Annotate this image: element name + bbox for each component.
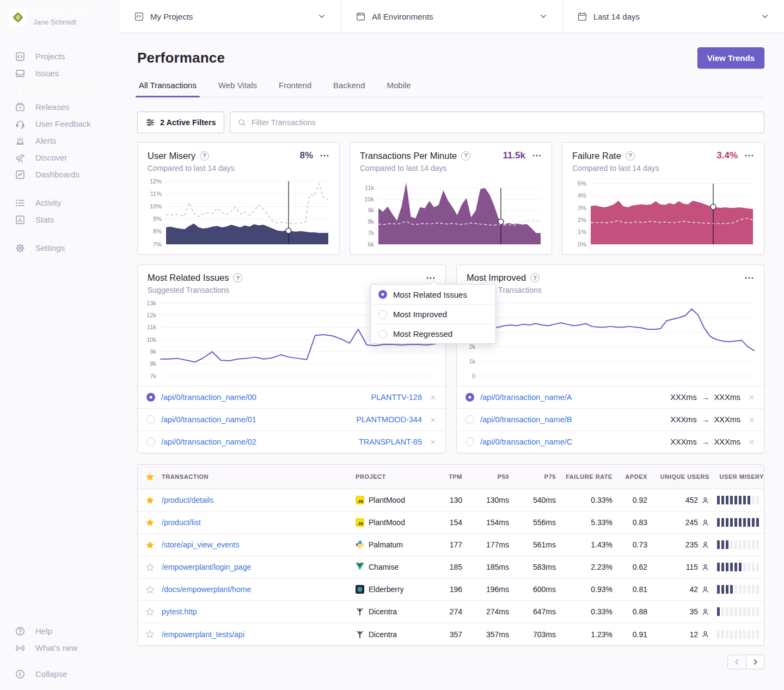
transaction-link[interactable]: pytest.http xyxy=(162,607,356,616)
menu-item-most-improved[interactable]: Most Improved xyxy=(371,304,495,324)
date-range-dropdown[interactable]: Last 14 days xyxy=(563,0,784,33)
most-improved-chart[interactable]: 2k1k0 xyxy=(461,300,755,380)
sidebar-item-stats[interactable]: Stats xyxy=(0,211,120,228)
transaction-link[interactable]: /product/details xyxy=(162,496,356,504)
project-filter-dropdown[interactable]: My Projects xyxy=(120,0,341,33)
help-icon[interactable]: ? xyxy=(530,273,540,282)
sidebar-item-whats-new[interactable]: What’s new xyxy=(0,639,120,656)
transaction-link[interactable]: /product/list xyxy=(162,518,356,527)
tpm-chart[interactable]: 11k10k9k8k7k6k xyxy=(360,178,542,249)
transaction-link[interactable]: /docs/empowerplant/home xyxy=(162,585,356,594)
transaction-link[interactable]: /store/api_view_events xyxy=(162,540,356,549)
radio-button[interactable] xyxy=(465,438,474,446)
issue-link[interactable]: PLANTTV-128 xyxy=(371,393,422,402)
transaction-link[interactable]: /empowerplant_tests/api xyxy=(162,630,356,639)
radio-button[interactable] xyxy=(146,415,155,424)
sidebar-item-discover[interactable]: Discover xyxy=(0,149,120,166)
misery-bar xyxy=(726,630,728,639)
column-header[interactable]: UNIQUE USERS xyxy=(647,473,709,480)
previous-page-button[interactable] xyxy=(727,655,746,669)
column-header[interactable]: P75 xyxy=(509,473,556,480)
column-header[interactable]: APDEX xyxy=(612,473,647,480)
star-filled-icon[interactable] xyxy=(138,518,162,527)
column-header[interactable]: P50 xyxy=(462,473,509,480)
widget-menu-button[interactable] xyxy=(744,273,754,283)
next-page-button[interactable] xyxy=(746,655,764,669)
widget-menu-button[interactable] xyxy=(320,151,329,161)
misery-bar xyxy=(717,630,720,639)
sidebar-item-dashboards[interactable]: Dashboards xyxy=(0,166,120,183)
column-header[interactable]: FAILURE RATE xyxy=(556,473,612,480)
duration-after: XXXms xyxy=(714,415,740,424)
sidebar-item-help[interactable]: Help xyxy=(0,623,120,639)
sidebar-item-settings[interactable]: Settings xyxy=(0,239,120,256)
radio-button[interactable] xyxy=(146,393,155,402)
star-filled-icon[interactable] xyxy=(138,540,162,550)
misery-bar xyxy=(734,585,737,594)
star-outline-icon[interactable] xyxy=(138,563,162,572)
tab-web-vitals[interactable]: Web Vitals xyxy=(217,81,259,97)
tab-all-transactions[interactable]: All Transactions xyxy=(137,81,198,97)
radio-button[interactable] xyxy=(465,393,474,402)
user-misery-cell xyxy=(709,540,764,549)
search-input[interactable] xyxy=(252,118,757,127)
search-icon xyxy=(237,118,247,127)
trend-list-item: /api/0/transaction_name/01PLANTMOOD-344 xyxy=(138,408,445,430)
help-icon[interactable]: ? xyxy=(233,273,242,282)
help-icon[interactable]: ? xyxy=(626,151,635,161)
close-icon[interactable] xyxy=(430,439,437,446)
close-icon[interactable] xyxy=(748,439,755,446)
org-switcher[interactable]: Empower Plant Jane Schmidt xyxy=(0,0,120,35)
view-trends-button[interactable]: View Trends xyxy=(697,47,764,69)
column-header[interactable]: TRANSACTION xyxy=(162,473,356,480)
menu-item-most-regressed[interactable]: Most Regressed xyxy=(371,324,495,343)
issue-link[interactable]: PLANTMOOD-344 xyxy=(356,415,422,424)
tab-backend[interactable]: Backend xyxy=(332,81,366,97)
transaction-link[interactable]: /empowerplant/login_page xyxy=(162,563,356,571)
failure-rate-chart[interactable]: 5%4%3%2%1%0% xyxy=(572,178,754,249)
sidebar-item-alerts[interactable]: Alerts xyxy=(0,132,120,149)
star-icon[interactable] xyxy=(138,472,162,482)
vue-icon xyxy=(356,563,364,571)
column-header[interactable]: PROJECT xyxy=(356,473,427,480)
star-outline-icon[interactable] xyxy=(138,630,162,639)
star-outline-icon[interactable] xyxy=(138,607,162,617)
close-icon[interactable] xyxy=(748,394,755,401)
table-row: pytest.httpDicentra274274ms647ms0.33%0.8… xyxy=(138,601,764,623)
help-icon[interactable]: ? xyxy=(461,151,470,161)
python-icon xyxy=(356,540,364,549)
widget-menu-button[interactable] xyxy=(744,151,754,161)
sidebar-item-performance[interactable]: Performance xyxy=(0,82,120,98)
sidebar-item-issues[interactable]: Issues xyxy=(0,65,120,82)
sidebar-item-releases[interactable]: Releases xyxy=(0,98,120,115)
sidebar-item-user-feedback[interactable]: User Feedback xyxy=(0,115,120,132)
transaction-link[interactable]: /api/0/transaction_name/01 xyxy=(161,415,256,424)
close-icon[interactable] xyxy=(748,416,755,423)
sidebar-item-projects[interactable]: Projects xyxy=(0,48,120,65)
close-icon[interactable] xyxy=(430,394,437,401)
help-icon[interactable]: ? xyxy=(200,151,209,161)
transaction-link[interactable]: /api/0/transaction_name/02 xyxy=(161,438,256,446)
column-header[interactable]: USER MISERY xyxy=(709,473,764,480)
issue-link[interactable]: TRANSPLANT-85 xyxy=(359,438,422,446)
transaction-link[interactable]: /api/0/transaction_name/00 xyxy=(161,393,256,402)
environment-filter-dropdown[interactable]: All Environments xyxy=(341,0,563,33)
radio-button[interactable] xyxy=(146,438,155,446)
tab-mobile[interactable]: Mobile xyxy=(385,81,412,97)
tab-frontend[interactable]: Frontend xyxy=(277,81,313,97)
active-filters-button[interactable]: 2 Active Filters xyxy=(137,112,224,133)
transaction-link[interactable]: /api/0/transaction_name/A xyxy=(480,393,572,402)
close-icon[interactable] xyxy=(430,416,437,423)
transaction-link[interactable]: /api/0/transaction_name/C xyxy=(480,438,572,446)
widget-menu-button[interactable] xyxy=(532,151,542,161)
star-filled-icon[interactable] xyxy=(138,496,162,505)
radio-button[interactable] xyxy=(465,415,474,424)
sidebar-item-collapse[interactable]: Collapse xyxy=(0,666,120,682)
column-header[interactable]: TPM xyxy=(427,473,462,480)
trend-item-right: XXXms→XXXms xyxy=(670,393,755,402)
transactions-table: TRANSACTIONPROJECTTPMP50P75FAILURE RATEA… xyxy=(137,464,764,646)
star-outline-icon[interactable] xyxy=(138,585,162,594)
transaction-link[interactable]: /api/0/transaction_name/B xyxy=(480,415,572,424)
sidebar-item-activity[interactable]: Activity xyxy=(0,194,120,211)
user-misery-chart[interactable]: 12%11%10%9%8%7% xyxy=(148,178,329,249)
